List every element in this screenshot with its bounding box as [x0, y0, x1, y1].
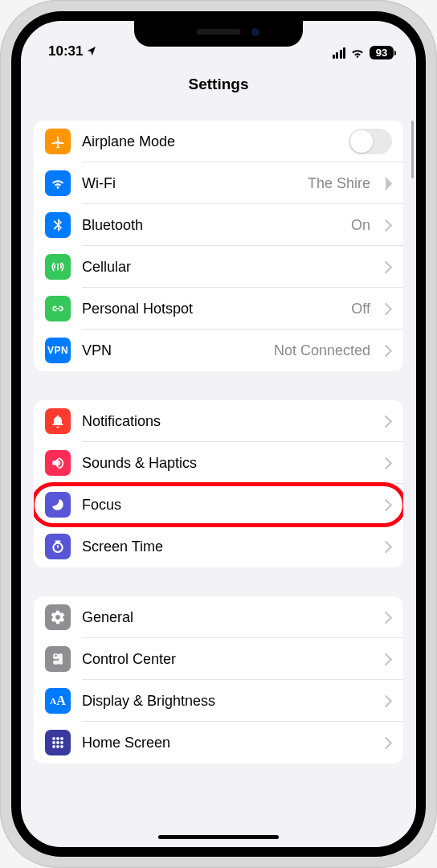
chevron-right-icon — [385, 261, 392, 273]
chevron-right-icon — [385, 303, 392, 315]
cellular-icon — [45, 254, 71, 280]
svg-rect-4 — [52, 741, 55, 743]
chevron-right-icon — [385, 499, 392, 511]
chevron-right-icon — [385, 416, 392, 428]
svg-rect-1 — [52, 737, 55, 739]
chevron-right-icon — [385, 695, 392, 707]
hotspot-icon — [45, 296, 71, 321]
svg-rect-6 — [60, 741, 63, 743]
chevron-right-icon — [385, 653, 392, 665]
svg-rect-5 — [56, 741, 59, 743]
row-bluetooth[interactable]: Bluetooth On — [34, 204, 403, 246]
row-label: Control Center — [82, 651, 176, 668]
chevron-right-icon — [385, 541, 392, 553]
row-label: Home Screen — [82, 735, 170, 751]
row-label: Focus — [82, 497, 121, 514]
general-icon — [45, 604, 71, 630]
row-airplane-mode[interactable]: Airplane Mode — [34, 121, 403, 162]
controlcenter-icon — [45, 646, 71, 672]
row-label: VPN — [82, 342, 112, 359]
row-vpn[interactable]: VPN VPN Not Connected — [34, 330, 403, 371]
row-screen-time[interactable]: Screen Time — [34, 526, 403, 567]
chevron-right-icon — [385, 737, 392, 749]
row-value: Off — [351, 301, 370, 317]
row-value: The Shire — [308, 175, 370, 192]
chevron-right-icon — [385, 345, 392, 357]
row-label: Personal Hotspot — [82, 301, 193, 317]
row-label: Cellular — [82, 259, 131, 276]
wifi-status-icon — [350, 47, 365, 59]
row-label: Notifications — [82, 413, 161, 430]
row-notifications[interactable]: Notifications — [34, 400, 403, 442]
home-indicator[interactable] — [158, 835, 279, 839]
device-frame: 10:31 93 Settings — [0, 0, 437, 868]
row-label: Bluetooth — [82, 217, 143, 234]
volume-up-button — [0, 193, 1, 248]
row-label: Screen Time — [82, 538, 163, 555]
display-icon: AA — [45, 688, 71, 714]
row-wifi[interactable]: Wi-Fi The Shire — [34, 162, 403, 204]
airplane-toggle[interactable] — [349, 129, 392, 154]
row-general[interactable]: General — [34, 596, 403, 638]
group-notifications: Notifications Sounds & Haptics — [34, 400, 403, 567]
chevron-right-icon — [385, 219, 392, 231]
row-label: Airplane Mode — [82, 133, 175, 150]
vpn-icon: VPN — [45, 338, 71, 363]
signal-icon — [333, 47, 346, 59]
screen: 10:31 93 Settings — [21, 21, 416, 847]
volume-down-button — [0, 259, 1, 313]
chevron-right-icon — [385, 457, 392, 469]
settings-scroll[interactable]: Airplane Mode Wi-Fi The Shire — [21, 104, 416, 847]
row-label: General — [82, 609, 133, 626]
svg-rect-3 — [60, 737, 63, 739]
svg-rect-2 — [56, 737, 59, 739]
sounds-icon — [45, 450, 71, 476]
notch — [134, 21, 303, 47]
row-value: On — [351, 217, 370, 234]
row-cellular[interactable]: Cellular — [34, 246, 403, 288]
row-sounds-haptics[interactable]: Sounds & Haptics — [34, 442, 403, 484]
row-display-brightness[interactable]: AA Display & Brightness — [34, 680, 403, 722]
scroll-indicator — [411, 121, 414, 178]
location-icon — [86, 45, 97, 59]
svg-rect-8 — [56, 745, 59, 747]
svg-rect-7 — [52, 745, 55, 747]
mute-switch — [0, 145, 1, 172]
row-home-screen[interactable]: Home Screen — [34, 722, 403, 764]
homescreen-icon — [45, 730, 71, 755]
svg-point-0 — [55, 655, 57, 657]
notifications-icon — [45, 408, 71, 434]
row-label: Sounds & Haptics — [82, 455, 197, 472]
focus-icon — [45, 492, 71, 518]
svg-rect-9 — [60, 745, 63, 747]
group-connectivity: Airplane Mode Wi-Fi The Shire — [34, 121, 403, 371]
bluetooth-icon — [45, 212, 71, 238]
chevron-right-icon — [385, 178, 392, 190]
airplane-icon — [45, 129, 71, 154]
group-general: General Control Center — [34, 596, 403, 764]
row-value: Not Connected — [274, 342, 370, 359]
row-focus[interactable]: Focus — [34, 484, 403, 526]
chevron-right-icon — [385, 612, 392, 624]
row-label: Wi-Fi — [82, 175, 116, 192]
screentime-icon — [45, 534, 71, 559]
nav-header: Settings — [21, 61, 416, 104]
row-personal-hotspot[interactable]: Personal Hotspot Off — [34, 288, 403, 330]
page-title: Settings — [21, 76, 416, 93]
wifi-icon — [45, 170, 71, 196]
status-time: 10:31 — [48, 43, 83, 59]
row-label: Display & Brightness — [82, 693, 215, 710]
row-control-center[interactable]: Control Center — [34, 638, 403, 680]
battery-icon: 93 — [370, 46, 394, 59]
